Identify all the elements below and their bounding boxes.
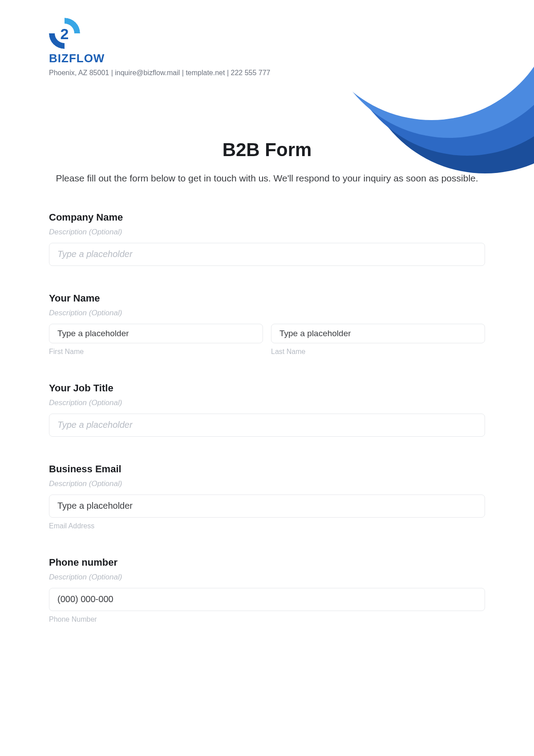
phone-description: Description (Optional) [49,573,485,582]
name-label: Your Name [49,293,485,304]
header: 2 BIZFLOW Phoenix, AZ 85001 | inquire@bi… [0,0,534,77]
last-name-input[interactable] [271,324,485,343]
contact-line: Phoenix, AZ 85001 | inquire@bizflow.mail… [49,69,534,77]
name-description: Description (Optional) [49,309,485,318]
field-company: Company Name Description (Optional) [49,212,485,266]
company-input[interactable] [49,243,485,266]
field-email: Business Email Description (Optional) Em… [49,463,485,530]
logo-icon: 2 [49,18,80,49]
email-description: Description (Optional) [49,479,485,488]
phone-sublabel: Phone Number [49,615,485,623]
phone-label: Phone number [49,557,485,568]
form-content: B2B Form Please fill out the form below … [0,139,534,623]
field-job: Your Job Title Description (Optional) [49,382,485,437]
job-label: Your Job Title [49,382,485,394]
company-label: Company Name [49,212,485,223]
first-name-input[interactable] [49,324,263,343]
first-name-sublabel: First Name [49,348,263,356]
email-input[interactable] [49,495,485,518]
brand-name: BIZFLOW [49,52,105,65]
phone-input[interactable] [49,588,485,611]
intro-text: Please fill out the form below to get in… [49,171,485,186]
field-name: Your Name Description (Optional) First N… [49,293,485,356]
job-description: Description (Optional) [49,398,485,407]
email-sublabel: Email Address [49,522,485,530]
job-input[interactable] [49,414,485,437]
email-label: Business Email [49,463,485,475]
last-name-sublabel: Last Name [271,348,485,356]
svg-text:2: 2 [61,25,69,42]
company-description: Description (Optional) [49,228,485,237]
page-title: B2B Form [49,139,485,161]
field-phone: Phone number Description (Optional) Phon… [49,557,485,623]
